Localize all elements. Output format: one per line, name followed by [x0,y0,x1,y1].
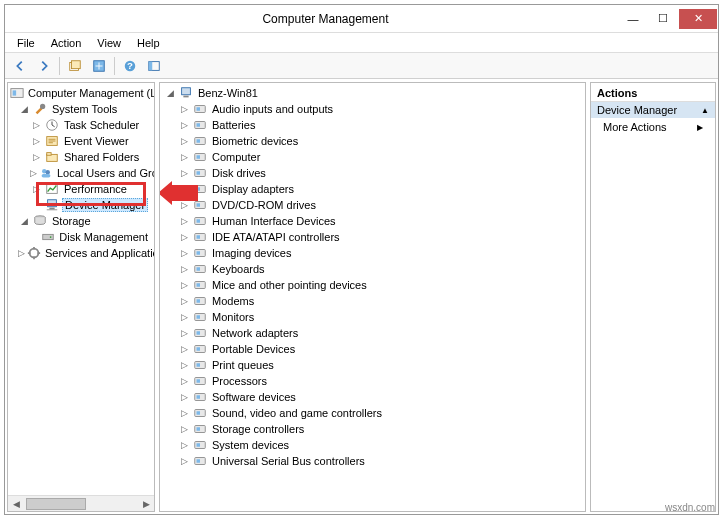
expander-icon[interactable]: ▷ [178,455,190,467]
device-category[interactable]: Audio inputs and outputs [210,103,335,115]
expander-icon[interactable]: ▷ [178,263,190,275]
device-category[interactable]: Network adapters [210,327,300,339]
expander-icon[interactable]: ▷ [178,167,190,179]
svg-rect-64 [197,395,201,399]
disk-mgmt-icon [41,229,55,245]
console-tree[interactable]: Computer Management (Local ◢System Tools… [8,83,154,495]
expander-icon[interactable]: ▷ [178,423,190,435]
menu-view[interactable]: View [89,35,129,51]
expander-icon[interactable]: ▷ [178,375,190,387]
tree-root[interactable]: Computer Management (Local [26,87,154,99]
device-category[interactable]: Processors [210,375,269,387]
device-category[interactable]: Modems [210,295,256,307]
expander-icon[interactable]: ▷ [178,439,190,451]
expander-icon[interactable]: ▷ [178,247,190,259]
device-tree[interactable]: ◢Benz-Win81 ▷Audio inputs and outputs▷Ba… [160,83,585,511]
expander-icon[interactable]: ◢ [18,103,30,115]
expander-icon[interactable]: ▷ [178,407,190,419]
menu-file[interactable]: File [9,35,43,51]
device-category-icon [192,149,208,165]
expander-icon[interactable]: ▷ [178,327,190,339]
device-category-icon [192,341,208,357]
expander-icon[interactable]: ▷ [178,151,190,163]
device-category[interactable]: Software devices [210,391,298,403]
device-category[interactable]: Batteries [210,119,257,131]
expander-icon[interactable]: ▷ [178,199,190,211]
device-category[interactable]: Display adapters [210,183,296,195]
tree-device-manager[interactable]: Device Manager [62,198,148,212]
expander-icon[interactable]: ▷ [178,391,190,403]
tree-services-apps[interactable]: Services and Applications [43,247,154,259]
refresh-button[interactable] [88,55,110,77]
device-category-icon [192,357,208,373]
device-category[interactable]: Disk drives [210,167,268,179]
device-category[interactable]: Universal Serial Bus controllers [210,455,367,467]
device-category[interactable]: Sound, video and game controllers [210,407,384,419]
expander-icon[interactable]: ▷ [178,183,190,195]
expander-icon[interactable]: ▷ [178,343,190,355]
expander-icon[interactable]: ▷ [178,135,190,147]
device-category[interactable]: Computer [210,151,262,163]
expander-icon[interactable]: ◢ [18,215,30,227]
actions-more[interactable]: More Actions ▶ [591,118,715,136]
tree-system-tools[interactable]: System Tools [50,103,119,115]
actions-context-label: Device Manager [597,104,677,116]
show-hide-button[interactable] [143,55,165,77]
tree-task-scheduler[interactable]: Task Scheduler [62,119,141,131]
close-button[interactable]: ✕ [679,9,717,29]
properties-button[interactable] [64,55,86,77]
scrollbar-thumb[interactable] [26,498,86,510]
menu-action[interactable]: Action [43,35,90,51]
horizontal-scrollbar[interactable]: ◀▶ [8,495,154,511]
forward-button[interactable] [33,55,55,77]
expander-icon[interactable]: ▷ [30,151,42,163]
expander-icon[interactable]: ▷ [178,311,190,323]
tree-event-viewer[interactable]: Event Viewer [62,135,131,147]
minimize-button[interactable]: — [619,9,647,29]
expander-icon[interactable]: ▷ [18,247,25,259]
device-category[interactable]: Portable Devices [210,343,297,355]
expander-icon[interactable]: ▷ [178,279,190,291]
svg-rect-46 [197,251,201,255]
expander-icon[interactable]: ▷ [30,119,42,131]
device-category[interactable]: Storage controllers [210,423,306,435]
expander-icon[interactable]: ◢ [164,87,176,99]
maximize-button[interactable]: ☐ [649,9,677,29]
device-root[interactable]: Benz-Win81 [196,87,260,99]
device-category[interactable]: IDE ATA/ATAPI controllers [210,231,342,243]
device-category[interactable]: Imaging devices [210,247,294,259]
device-category[interactable]: Human Interface Devices [210,215,338,227]
console-tree-pane: Computer Management (Local ◢System Tools… [7,82,155,512]
expander-icon[interactable]: ▷ [178,215,190,227]
back-button[interactable] [9,55,31,77]
users-icon [39,165,53,181]
expander-icon[interactable]: ▷ [178,295,190,307]
expander-icon[interactable]: ▷ [178,103,190,115]
device-category[interactable]: Keyboards [210,263,267,275]
svg-point-9 [40,104,45,109]
actions-context[interactable]: Device Manager ▲ [591,102,715,118]
device-category-icon [192,309,208,325]
tree-storage[interactable]: Storage [50,215,93,227]
device-category[interactable]: Monitors [210,311,256,323]
expander-icon[interactable]: ▷ [178,359,190,371]
device-category[interactable]: Print queues [210,359,276,371]
help-button[interactable]: ? [119,55,141,77]
expander-icon[interactable]: ▷ [178,119,190,131]
device-category-icon [192,261,208,277]
expander-icon[interactable]: ▷ [178,231,190,243]
expander-icon[interactable]: ▷ [30,167,37,179]
device-category[interactable]: Biometric devices [210,135,300,147]
device-category[interactable]: System devices [210,439,291,451]
expander-icon[interactable]: ▷ [30,135,42,147]
expander-icon[interactable]: ▷ [30,183,42,195]
tree-disk-management[interactable]: Disk Management [57,231,150,243]
tree-shared-folders[interactable]: Shared Folders [62,151,141,163]
svg-rect-58 [197,347,201,351]
performance-icon [44,181,60,197]
device-category[interactable]: Mice and other pointing devices [210,279,369,291]
menu-help[interactable]: Help [129,35,168,51]
tree-performance[interactable]: Performance [62,183,129,195]
tree-local-users[interactable]: Local Users and Groups [55,167,154,179]
device-category[interactable]: DVD/CD-ROM drives [210,199,318,211]
